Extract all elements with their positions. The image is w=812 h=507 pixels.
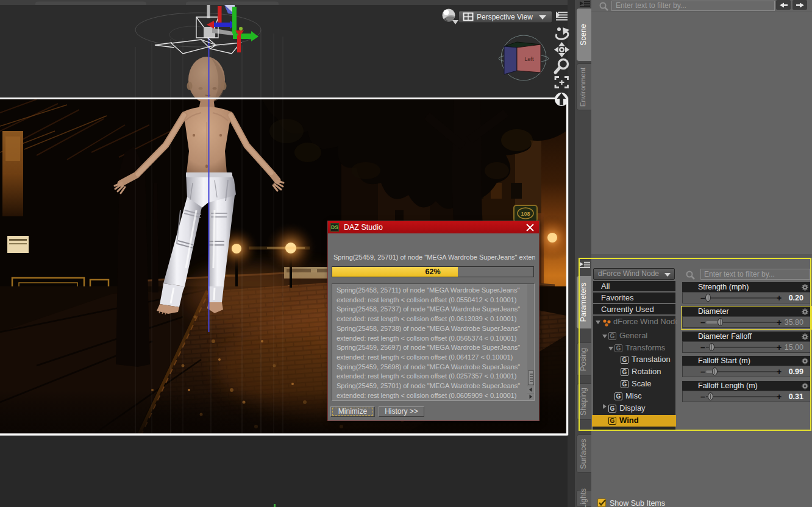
svg-text:108: 108 bbox=[521, 211, 530, 217]
svg-text:Left: Left bbox=[524, 56, 534, 62]
svg-text:Perspective View: Perspective View bbox=[477, 13, 533, 21]
